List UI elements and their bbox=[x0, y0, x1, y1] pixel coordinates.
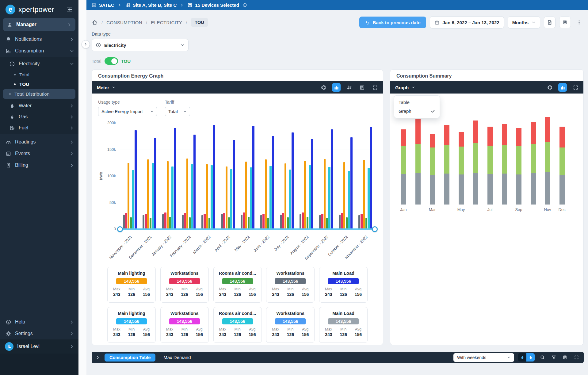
toggle-total-label[interactable]: Total bbox=[92, 59, 101, 64]
sidebar-item-label: Fuel bbox=[19, 125, 28, 131]
expand-table-icon[interactable] bbox=[95, 355, 100, 360]
gridline bbox=[120, 150, 375, 150]
more-options-button[interactable] bbox=[575, 17, 584, 28]
chevron-down-icon bbox=[150, 110, 154, 113]
sidebar-item-billing[interactable]: Billing bbox=[0, 159, 78, 171]
range-slider-handle-left[interactable] bbox=[117, 226, 123, 232]
pie-chart-icon bbox=[547, 85, 553, 90]
home-icon[interactable] bbox=[92, 19, 98, 25]
usage-type-select[interactable]: Active Energy Import bbox=[98, 107, 157, 116]
pie-view-button[interactable] bbox=[319, 83, 328, 92]
sidebar-item-total[interactable]: Total bbox=[0, 70, 78, 79]
weekends-select[interactable]: With weekends bbox=[453, 353, 514, 362]
legend-card-stats: Max243Min126Avg156 bbox=[216, 287, 259, 297]
stacked-bar-segment bbox=[531, 144, 536, 173]
legend-card-title: Main Load bbox=[322, 311, 365, 316]
legend-card-2[interactable]: Rooms air cond...143,556Max243Min126Avg1… bbox=[213, 267, 262, 303]
fullscreen-table-button[interactable] bbox=[573, 354, 580, 361]
droplet-toggle-right[interactable] bbox=[526, 353, 535, 362]
legend-card-7[interactable]: Rooms air cond...143,556Max243Min126Avg1… bbox=[213, 307, 262, 343]
sort-icon bbox=[346, 85, 352, 90]
consumption-table-button[interactable]: Consumption Table bbox=[105, 354, 155, 362]
sidebar-item-readings[interactable]: Readings bbox=[0, 136, 78, 148]
sidebar-item-help[interactable]: Help bbox=[0, 316, 78, 328]
bar-view-button[interactable] bbox=[332, 83, 341, 92]
table-bar-controls: With weekends bbox=[453, 353, 580, 362]
legend-card-value: 143,556 bbox=[222, 278, 253, 284]
legend-card-4[interactable]: Main Load143,556Max243Min126Avg156 bbox=[319, 267, 368, 303]
sidebar-item-manager[interactable]: Manager bbox=[3, 18, 75, 31]
save-icon bbox=[359, 85, 365, 90]
collapse-sidebar-icon[interactable] bbox=[66, 6, 73, 13]
back-to-previous-date-button[interactable]: Back to previous date bbox=[359, 17, 426, 28]
breadcrumb-consumption[interactable]: CONSUMPTION bbox=[106, 20, 142, 25]
legend-card-8[interactable]: Workstations143,556Max243Min126Avg156 bbox=[266, 307, 315, 343]
data-type-select[interactable]: Electricity bbox=[92, 39, 189, 51]
stacked-bar-segment bbox=[459, 132, 464, 147]
sidebar-item-electricity[interactable]: Electricity bbox=[0, 58, 78, 69]
menu-item-table[interactable]: Table bbox=[394, 98, 440, 107]
filter-button[interactable] bbox=[550, 354, 557, 361]
legend-card-title: Rooms air cond... bbox=[216, 311, 259, 316]
chart-bar bbox=[226, 166, 228, 229]
info-icon[interactable] bbox=[242, 3, 247, 7]
meter-select[interactable]: Meter bbox=[97, 85, 116, 90]
sidebar-item-tou[interactable]: TOU bbox=[0, 79, 78, 89]
site-crumb-1[interactable]: Site A, Site B, Site C bbox=[125, 2, 177, 8]
chart-bar bbox=[152, 163, 154, 229]
site-crumb-0[interactable]: SATEC bbox=[91, 2, 114, 8]
logo-text: xpertpower bbox=[18, 6, 54, 14]
sidebar-item-events[interactable]: Events bbox=[0, 148, 78, 159]
sidebar-item-total-distribution[interactable]: Total Distribution bbox=[3, 89, 75, 99]
droplet-toggle-left[interactable] bbox=[518, 353, 526, 362]
summary-pie-view-button[interactable] bbox=[545, 83, 554, 92]
fullscreen-button[interactable] bbox=[371, 83, 379, 92]
sidebar-header: e xpertpower bbox=[0, 0, 78, 18]
legend-card-1[interactable]: Workstations143,556Max243Min126Avg156 bbox=[160, 267, 209, 303]
toggle-tou-label[interactable]: TOU bbox=[121, 59, 131, 64]
avg-label: Avg bbox=[196, 327, 203, 331]
legend-card-9[interactable]: Main Load143,556Max243Min126Avg156 bbox=[319, 307, 368, 343]
view-select[interactable]: Graph bbox=[395, 85, 415, 90]
max-value: 243 bbox=[325, 332, 332, 337]
sidebar-user[interactable]: IL Israel Levi bbox=[0, 339, 78, 354]
x-axis-tick: Nov bbox=[541, 207, 554, 212]
sidebar-item-notifications[interactable]: Notifications bbox=[0, 33, 78, 45]
chevron-right-icon bbox=[70, 140, 74, 144]
undo-icon bbox=[365, 20, 370, 25]
legend-card-0[interactable]: Main lighting143,556Max243Min126Avg156 bbox=[107, 267, 156, 303]
menu-item-graph[interactable]: Graph bbox=[394, 107, 440, 116]
date-range-picker[interactable]: Jan 6, 2022 – Jan 13, 2022 bbox=[430, 16, 504, 29]
legend-card-3[interactable]: Workstations143,556Max243Min126Avg156 bbox=[266, 267, 315, 303]
total-tou-toggle[interactable] bbox=[105, 57, 118, 65]
summary-fullscreen-button[interactable] bbox=[571, 83, 580, 92]
export-document-button[interactable] bbox=[544, 17, 556, 28]
x-axis-tick: May bbox=[455, 207, 467, 212]
sort-button[interactable] bbox=[345, 83, 353, 92]
chart-bar bbox=[132, 170, 134, 229]
summary-bar-view-button[interactable] bbox=[558, 83, 567, 92]
range-slider-handle-right[interactable] bbox=[372, 226, 378, 232]
sidebar-item-gas[interactable]: Gas bbox=[0, 111, 78, 122]
sidebar-expand-button[interactable] bbox=[82, 40, 90, 48]
sidebar-item-settings[interactable]: Settings bbox=[0, 328, 78, 339]
site-crumb-2[interactable]: 15 Devices Selected bbox=[187, 2, 247, 8]
save-report-button[interactable] bbox=[559, 17, 571, 28]
legend-card-6[interactable]: Workstations143,556Max243Min126Avg156 bbox=[160, 307, 209, 343]
sidebar-item-water[interactable]: Water bbox=[0, 100, 78, 111]
period-select[interactable]: Months bbox=[508, 16, 540, 29]
bullet-icon bbox=[14, 74, 16, 75]
search-button[interactable] bbox=[539, 354, 546, 361]
legend-card-value: 143,556 bbox=[328, 318, 359, 324]
x-axis-tick: May - 2022 bbox=[216, 235, 251, 271]
range-slider[interactable] bbox=[120, 228, 375, 230]
sidebar-item-consumption[interactable]: Consumption bbox=[0, 45, 78, 57]
legend-card-5[interactable]: Main lighting143,556Max243Min126Avg156 bbox=[107, 307, 156, 343]
sidebar-item-fuel[interactable]: Fuel bbox=[0, 122, 78, 133]
tariff-select[interactable]: Total bbox=[165, 107, 190, 116]
x-axis-tick: November - 2022 bbox=[333, 235, 368, 271]
chevron-right-icon bbox=[70, 163, 74, 168]
export-table-button[interactable] bbox=[561, 354, 569, 361]
export-chart-button[interactable] bbox=[358, 83, 366, 92]
breadcrumb-electricity[interactable]: ELECTRICITY bbox=[151, 20, 182, 25]
